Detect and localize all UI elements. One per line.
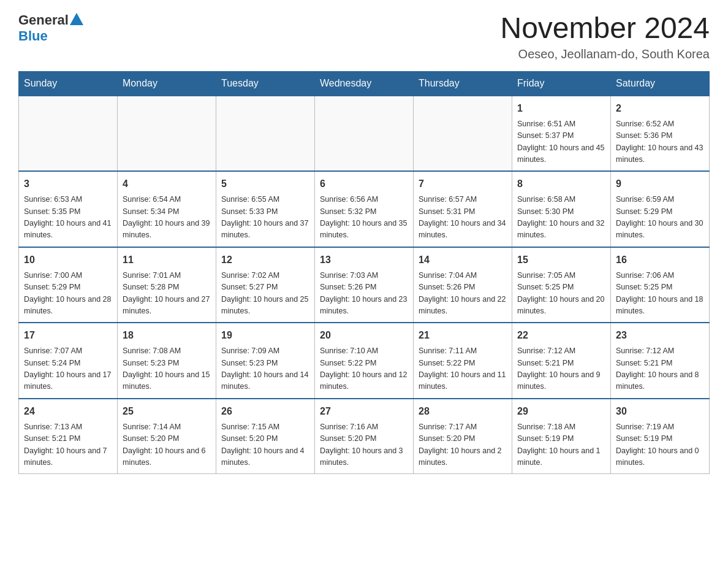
calendar-cell: 22Sunrise: 7:12 AMSunset: 5:21 PMDayligh…	[512, 323, 611, 399]
calendar-cell: 24Sunrise: 7:13 AMSunset: 5:21 PMDayligh…	[19, 399, 118, 474]
day-info: Sunrise: 7:01 AMSunset: 5:28 PMDaylight:…	[123, 270, 211, 318]
page-header: General Blue November 2024 Oeseo, Jeolla…	[18, 12, 710, 61]
svg-marker-0	[70, 13, 83, 25]
day-info: Sunrise: 7:18 AMSunset: 5:19 PMDaylight:…	[517, 421, 605, 469]
day-info: Sunrise: 7:03 AMSunset: 5:26 PMDaylight:…	[320, 270, 408, 318]
day-info: Sunrise: 7:00 AMSunset: 5:29 PMDaylight:…	[24, 270, 112, 318]
calendar-week-row: 17Sunrise: 7:07 AMSunset: 5:24 PMDayligh…	[19, 323, 710, 399]
day-info: Sunrise: 6:52 AMSunset: 5:36 PMDaylight:…	[616, 118, 704, 166]
calendar-cell: 19Sunrise: 7:09 AMSunset: 5:23 PMDayligh…	[216, 323, 315, 399]
title-block: November 2024 Oeseo, Jeollanam-do, South…	[500, 12, 710, 61]
day-number: 9	[616, 177, 704, 191]
day-info: Sunrise: 7:08 AMSunset: 5:23 PMDaylight:…	[123, 345, 211, 393]
calendar-cell: 7Sunrise: 6:57 AMSunset: 5:31 PMDaylight…	[414, 171, 512, 247]
day-number: 21	[419, 328, 507, 343]
day-info: Sunrise: 7:14 AMSunset: 5:20 PMDaylight:…	[123, 421, 211, 469]
day-info: Sunrise: 7:13 AMSunset: 5:21 PMDaylight:…	[24, 421, 112, 469]
calendar-cell: 4Sunrise: 6:54 AMSunset: 5:34 PMDaylight…	[118, 171, 216, 247]
day-info: Sunrise: 7:07 AMSunset: 5:24 PMDaylight:…	[24, 345, 112, 393]
calendar-cell: 20Sunrise: 7:10 AMSunset: 5:22 PMDayligh…	[315, 323, 414, 399]
calendar-cell: 28Sunrise: 7:17 AMSunset: 5:20 PMDayligh…	[414, 399, 512, 474]
calendar-cell	[414, 96, 512, 172]
day-number: 30	[616, 404, 704, 419]
day-number: 18	[123, 328, 211, 343]
calendar-cell: 9Sunrise: 6:59 AMSunset: 5:29 PMDaylight…	[611, 171, 710, 247]
weekday-header-saturday: Saturday	[611, 71, 710, 96]
calendar-cell: 27Sunrise: 7:16 AMSunset: 5:20 PMDayligh…	[315, 399, 414, 474]
calendar-cell: 18Sunrise: 7:08 AMSunset: 5:23 PMDayligh…	[118, 323, 216, 399]
calendar-cell: 14Sunrise: 7:04 AMSunset: 5:26 PMDayligh…	[414, 247, 512, 323]
day-info: Sunrise: 6:59 AMSunset: 5:29 PMDaylight:…	[616, 194, 704, 242]
day-number: 17	[24, 328, 112, 343]
weekday-header-monday: Monday	[118, 71, 216, 96]
calendar-cell	[118, 96, 216, 172]
day-info: Sunrise: 7:09 AMSunset: 5:23 PMDaylight:…	[221, 345, 309, 393]
weekday-header-thursday: Thursday	[414, 71, 512, 96]
logo-general-text: General	[18, 12, 69, 28]
day-info: Sunrise: 6:57 AMSunset: 5:31 PMDaylight:…	[419, 194, 507, 242]
day-number: 1	[517, 101, 605, 116]
day-number: 19	[221, 328, 309, 343]
calendar-cell	[216, 96, 315, 172]
calendar-cell: 3Sunrise: 6:53 AMSunset: 5:35 PMDaylight…	[19, 171, 118, 247]
day-info: Sunrise: 7:12 AMSunset: 5:21 PMDaylight:…	[517, 345, 605, 393]
location-title: Oeseo, Jeollanam-do, South Korea	[500, 47, 710, 61]
day-info: Sunrise: 6:56 AMSunset: 5:32 PMDaylight:…	[320, 194, 408, 242]
day-number: 6	[320, 177, 408, 191]
calendar-week-row: 10Sunrise: 7:00 AMSunset: 5:29 PMDayligh…	[19, 247, 710, 323]
weekday-header-wednesday: Wednesday	[315, 71, 414, 96]
calendar-cell: 6Sunrise: 6:56 AMSunset: 5:32 PMDaylight…	[315, 171, 414, 247]
day-number: 27	[320, 404, 408, 419]
day-number: 24	[24, 404, 112, 419]
logo-triangle-icon	[70, 13, 83, 25]
month-title: November 2024	[500, 12, 710, 45]
logo-blue-text: Blue	[18, 28, 48, 44]
weekday-header-friday: Friday	[512, 71, 611, 96]
day-info: Sunrise: 7:06 AMSunset: 5:25 PMDaylight:…	[616, 270, 704, 318]
day-info: Sunrise: 7:11 AMSunset: 5:22 PMDaylight:…	[419, 345, 507, 393]
calendar-cell: 13Sunrise: 7:03 AMSunset: 5:26 PMDayligh…	[315, 247, 414, 323]
day-info: Sunrise: 6:58 AMSunset: 5:30 PMDaylight:…	[517, 194, 605, 242]
calendar-cell	[19, 96, 118, 172]
calendar-week-row: 3Sunrise: 6:53 AMSunset: 5:35 PMDaylight…	[19, 171, 710, 247]
calendar-cell: 26Sunrise: 7:15 AMSunset: 5:20 PMDayligh…	[216, 399, 315, 474]
day-info: Sunrise: 6:54 AMSunset: 5:34 PMDaylight:…	[123, 194, 211, 242]
day-number: 3	[24, 177, 112, 191]
day-number: 20	[320, 328, 408, 343]
day-info: Sunrise: 7:10 AMSunset: 5:22 PMDaylight:…	[320, 345, 408, 393]
calendar-cell: 8Sunrise: 6:58 AMSunset: 5:30 PMDaylight…	[512, 171, 611, 247]
day-number: 23	[616, 328, 704, 343]
day-info: Sunrise: 7:16 AMSunset: 5:20 PMDaylight:…	[320, 421, 408, 469]
calendar-cell	[315, 96, 414, 172]
day-number: 15	[517, 253, 605, 267]
day-info: Sunrise: 7:12 AMSunset: 5:21 PMDaylight:…	[616, 345, 704, 393]
day-info: Sunrise: 7:17 AMSunset: 5:20 PMDaylight:…	[419, 421, 507, 469]
day-info: Sunrise: 6:53 AMSunset: 5:35 PMDaylight:…	[24, 194, 112, 242]
day-number: 11	[123, 253, 211, 267]
calendar-cell: 23Sunrise: 7:12 AMSunset: 5:21 PMDayligh…	[611, 323, 710, 399]
day-info: Sunrise: 6:51 AMSunset: 5:37 PMDaylight:…	[517, 118, 605, 166]
day-number: 7	[419, 177, 507, 191]
day-info: Sunrise: 7:04 AMSunset: 5:26 PMDaylight:…	[419, 270, 507, 318]
calendar-cell: 30Sunrise: 7:19 AMSunset: 5:19 PMDayligh…	[611, 399, 710, 474]
calendar-cell: 15Sunrise: 7:05 AMSunset: 5:25 PMDayligh…	[512, 247, 611, 323]
calendar-cell: 16Sunrise: 7:06 AMSunset: 5:25 PMDayligh…	[611, 247, 710, 323]
weekday-header-row: SundayMondayTuesdayWednesdayThursdayFrid…	[19, 71, 710, 96]
day-number: 29	[517, 404, 605, 419]
calendar-cell: 5Sunrise: 6:55 AMSunset: 5:33 PMDaylight…	[216, 171, 315, 247]
day-number: 8	[517, 177, 605, 191]
calendar-cell: 17Sunrise: 7:07 AMSunset: 5:24 PMDayligh…	[19, 323, 118, 399]
calendar-cell: 11Sunrise: 7:01 AMSunset: 5:28 PMDayligh…	[118, 247, 216, 323]
weekday-header-sunday: Sunday	[19, 71, 118, 96]
day-number: 25	[123, 404, 211, 419]
day-number: 26	[221, 404, 309, 419]
day-info: Sunrise: 7:15 AMSunset: 5:20 PMDaylight:…	[221, 421, 309, 469]
calendar-cell: 10Sunrise: 7:00 AMSunset: 5:29 PMDayligh…	[19, 247, 118, 323]
day-number: 14	[419, 253, 507, 267]
day-number: 28	[419, 404, 507, 419]
day-number: 2	[616, 101, 704, 116]
calendar-cell: 21Sunrise: 7:11 AMSunset: 5:22 PMDayligh…	[414, 323, 512, 399]
calendar-week-row: 1Sunrise: 6:51 AMSunset: 5:37 PMDaylight…	[19, 96, 710, 172]
logo: General Blue	[18, 12, 83, 44]
calendar-week-row: 24Sunrise: 7:13 AMSunset: 5:21 PMDayligh…	[19, 399, 710, 474]
